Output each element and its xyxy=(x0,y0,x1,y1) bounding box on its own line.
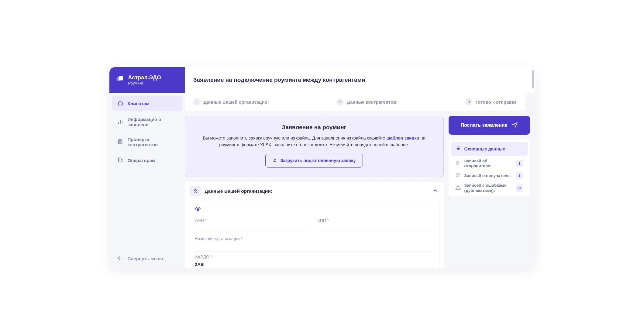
content-columns: Заявление на роуминг Вы можете заполнить… xyxy=(185,116,530,268)
roaming-title: Заявление на роуминг xyxy=(197,124,431,131)
summary-label: Записей с ошибками (дубликатами): xyxy=(464,183,512,193)
arrow-left-icon xyxy=(116,255,123,262)
submit-application-button[interactable]: Послать заявление xyxy=(449,116,530,135)
step-number: 2 xyxy=(336,98,344,105)
field-idedo: ИдЭДО * xyxy=(195,254,434,268)
svg-point-7 xyxy=(456,174,458,175)
summary-label: Записей об отправителе: xyxy=(464,159,512,168)
summary-count-badge: 1 xyxy=(516,160,523,167)
field-inn: ИНН * xyxy=(195,218,311,233)
step-number: 1 xyxy=(193,98,201,105)
inn-label: ИНН * xyxy=(195,218,311,223)
step-3: 3 Готово к отправке xyxy=(465,98,517,105)
chevron-up-icon xyxy=(432,188,438,195)
scrollbar-thumb[interactable] xyxy=(532,70,534,88)
sidebar-item-check-counterparties[interactable]: Проверка контрагентов xyxy=(112,133,182,151)
sidebar-nav: Клиентам Информация о заявлени Проверка … xyxy=(109,93,185,249)
svg-rect-1 xyxy=(119,76,123,81)
step-1: 1 Данные Вашей организации: xyxy=(193,98,269,105)
upload-button-label: Загрузить подготовленную заявку xyxy=(280,158,356,163)
brand-title: Астрал.ЭДО xyxy=(128,74,161,81)
page-header: Заявление на подключение роуминга между … xyxy=(185,67,535,93)
person-icon xyxy=(190,186,201,196)
summary-row-errors: Записей с ошибками (дубликатами): 0 xyxy=(451,180,528,193)
field-kpp: КПП * xyxy=(318,218,434,233)
page-title: Заявление на подключение роуминга между … xyxy=(193,77,365,83)
brand-subtitle: Роуминг xyxy=(128,81,161,85)
right-column: Послать заявление Основные данные Записе… xyxy=(449,116,530,268)
download-template-link[interactable]: шаблон заявки xyxy=(386,136,419,140)
org-form-grid: ИНН * КПП * Название организации * xyxy=(195,218,434,268)
recipient-icon xyxy=(455,172,461,179)
sidebar-item-operators[interactable]: Операторам xyxy=(112,153,182,168)
org-section-title: Данные Вашей организации: xyxy=(205,188,428,194)
upload-application-button[interactable]: Загрузить подготовленную заявку xyxy=(265,154,363,168)
building-icon xyxy=(117,157,123,164)
roaming-intro-card: Заявление на роуминг Вы можете заполнить… xyxy=(185,116,444,177)
visibility-toggle-icon[interactable] xyxy=(195,208,201,213)
brand-header: Астрал.ЭДО Роуминг xyxy=(109,67,185,93)
step-2: 2 Данные контрагентов: xyxy=(336,98,398,105)
roaming-text-before: Вы можете заполнить заявку вручную или и… xyxy=(203,136,386,140)
step-label: Готово к отправке xyxy=(476,99,517,105)
summary-label: Записей о получателе: xyxy=(464,173,512,178)
collapse-menu-label: Свернуть меню xyxy=(128,256,163,261)
bar-chart-icon xyxy=(117,119,123,126)
sidebar-item-applications-info[interactable]: Информация о заявлени xyxy=(112,112,182,131)
list-icon xyxy=(455,146,461,152)
org-section-header[interactable]: Данные Вашей организации: xyxy=(185,182,444,201)
collapse-menu-button[interactable]: Свернуть меню xyxy=(109,249,185,268)
kpp-input[interactable] xyxy=(318,224,434,233)
org-name-input[interactable] xyxy=(195,242,434,251)
brand-text: Астрал.ЭДО Роуминг xyxy=(128,74,161,86)
svg-point-4 xyxy=(195,189,196,191)
kpp-label: КПП * xyxy=(318,218,434,223)
sidebar-item-clients[interactable]: Клиентам xyxy=(112,96,182,111)
brand-logo-icon xyxy=(115,75,124,85)
send-icon xyxy=(512,122,518,129)
step-number: 3 xyxy=(465,98,473,105)
sidebar-item-label: Клиентам xyxy=(128,101,150,106)
summary-count-badge: 1 xyxy=(516,172,523,179)
org-section-card: Данные Вашей организации: ИНН * xyxy=(185,182,444,268)
sidebar-item-label: Информация о заявлени xyxy=(128,117,177,127)
summary-row-sender: Записей об отправителе: 1 xyxy=(451,156,528,169)
roaming-description: Вы можете заполнить заявку вручную или и… xyxy=(197,135,431,148)
sender-icon xyxy=(455,160,461,167)
left-column: Заявление на роуминг Вы можете заполнить… xyxy=(185,116,444,268)
summary-head[interactable]: Основные данные xyxy=(451,142,528,156)
org-name-label: Название организации * xyxy=(195,236,434,241)
org-name-label-text: Название организации xyxy=(195,236,240,241)
warning-icon xyxy=(455,185,461,192)
app-window: Астрал.ЭДО Роуминг Клиентам Информация о… xyxy=(109,67,535,268)
main-area: Заявление на подключение роуминга между … xyxy=(185,67,535,268)
svg-point-5 xyxy=(197,208,198,209)
sidebar-item-label: Проверка контрагентов xyxy=(128,137,177,147)
org-form-card: ИНН * КПП * Название организации * xyxy=(189,201,439,268)
inn-input[interactable] xyxy=(195,224,311,233)
upload-icon xyxy=(272,158,277,164)
summary-row-recipient: Записей о получателе: 1 xyxy=(451,169,528,180)
step-label: Данные Вашей организации: xyxy=(204,99,269,105)
summary-card: Основные данные Записей об отправителе: … xyxy=(449,140,530,196)
svg-point-6 xyxy=(456,161,458,163)
summary-title: Основные данные xyxy=(464,147,505,151)
list-doc-icon xyxy=(117,139,123,146)
submit-label: Послать заявление xyxy=(461,123,508,128)
sidebar: Астрал.ЭДО Роуминг Клиентам Информация о… xyxy=(109,67,185,268)
step-label: Данные контрагентов: xyxy=(347,99,398,105)
field-org-name: Название организации * xyxy=(195,236,434,251)
summary-count-badge: 0 xyxy=(516,185,523,192)
inn-label-text: ИНН xyxy=(195,218,204,223)
kpp-label-text: КПП xyxy=(318,218,326,223)
idedo-label: ИдЭДО * xyxy=(195,254,434,259)
stepper: 1 Данные Вашей организации: 2 Данные кон… xyxy=(185,93,525,111)
idedo-input[interactable] xyxy=(195,260,434,268)
idedo-label-text: ИдЭДО xyxy=(195,254,209,259)
sidebar-item-label: Операторам xyxy=(128,158,156,163)
main-scroll-area[interactable]: 1 Данные Вашей организации: 2 Данные кон… xyxy=(185,93,535,268)
home-icon xyxy=(117,100,123,107)
